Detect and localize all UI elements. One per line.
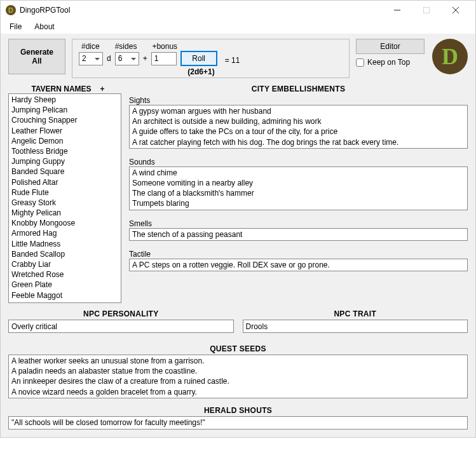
tavern-plus[interactable]: +: [100, 85, 105, 93]
close-button[interactable]: [441, 1, 470, 20]
label-numdice: #dice: [81, 42, 100, 51]
herald-shouts-header: HERALD SHOUTS: [8, 406, 468, 415]
smells-label: Smells: [129, 219, 468, 228]
menu-bar: File About: [1, 20, 475, 34]
minimize-button[interactable]: [383, 1, 412, 20]
numsides-select[interactable]: 6: [115, 52, 139, 65]
list-item[interactable]: A rat catcher playing fetch with his dog…: [132, 137, 465, 147]
list-item[interactable]: A guide offers to take the PCs on a tour…: [132, 126, 465, 137]
list-item[interactable]: The clang of a blacksmith's hammer: [132, 188, 465, 198]
list-item[interactable]: An architect is outside a new building, …: [132, 116, 465, 126]
quest-seeds-header: QUEST SEEDS: [8, 344, 468, 353]
keep-on-top-input[interactable]: [356, 58, 364, 67]
generate-all-button[interactable]: Generate All: [8, 39, 65, 74]
city-embellishments-header: CITY EMBELLISHMENTS: [129, 85, 468, 93]
list-item[interactable]: A wind chime: [132, 168, 465, 178]
menu-about[interactable]: About: [34, 22, 54, 31]
plus-label: +: [143, 54, 147, 63]
list-item[interactable]: A paladin needs an alabaster statue from…: [11, 366, 465, 376]
dice-formula: (2d6+1): [79, 67, 343, 76]
list-item[interactable]: Angelic Demon: [11, 136, 118, 146]
list-item[interactable]: Mighty Pelican: [11, 208, 118, 218]
app-icon: D: [6, 5, 16, 15]
bonus-input[interactable]: [151, 52, 177, 65]
logo: D: [432, 39, 468, 74]
sights-box[interactable]: A gypsy woman argues with her husbandAn …: [129, 105, 468, 149]
list-item[interactable]: Leather Flower: [11, 126, 118, 136]
svg-rect-1: [423, 7, 430, 13]
npc-personality-header: NPC PERSONALITY: [8, 309, 234, 318]
list-item[interactable]: Wretched Rose: [11, 269, 118, 280]
menu-file[interactable]: File: [10, 22, 22, 31]
list-item[interactable]: Little Madness: [11, 239, 118, 249]
list-item[interactable]: Hardy Sheep: [11, 95, 118, 105]
list-item[interactable]: Knobby Mongoose: [11, 218, 118, 228]
herald-shouts-field[interactable]: [8, 416, 468, 430]
list-item[interactable]: Crabby Liar: [11, 259, 118, 269]
list-item[interactable]: Trumpets blaring: [132, 198, 465, 208]
sounds-box[interactable]: A wind chimeSomeone vomiting in a nearby…: [129, 166, 468, 210]
tavern-names-list[interactable]: Hardy SheepJumping PelicanCrouching Snap…: [8, 93, 121, 303]
d-label: d: [107, 54, 111, 63]
list-item[interactable]: A novice wizard needs a golden bracelet …: [11, 387, 465, 397]
list-item[interactable]: Polished Altar: [11, 177, 118, 187]
quest-seeds-box[interactable]: A leather worker seeks an unusual stone …: [8, 355, 468, 398]
list-item[interactable]: Toothless Bridge: [11, 146, 118, 156]
list-item[interactable]: A leather worker seeks an unusual stone …: [11, 356, 465, 366]
roll-button[interactable]: Roll: [180, 51, 217, 66]
smells-box[interactable]: The stench of a passing peasant: [129, 228, 468, 241]
npc-personality-field[interactable]: [8, 320, 234, 333]
npc-trait-header: NPC TRAIT: [243, 309, 468, 318]
label-bonus: +bonus: [152, 42, 177, 51]
editor-button[interactable]: Editor: [356, 39, 425, 54]
list-item[interactable]: Greasy Stork: [11, 198, 118, 208]
list-item[interactable]: Jumping Guppy: [11, 156, 118, 166]
tactile-label: Tactile: [129, 250, 468, 259]
tactile-box[interactable]: A PC steps on a rotten veggie. Roll DEX …: [129, 259, 468, 271]
list-item[interactable]: Green Plate: [11, 280, 118, 290]
list-item[interactable]: Crouching Snapper: [11, 115, 118, 125]
window-title: DingoRPGTool: [20, 6, 70, 15]
list-item[interactable]: An innkeeper desires the claw of a creat…: [11, 376, 465, 386]
tavern-names-header: TAVERN NAMES: [31, 85, 91, 93]
list-item[interactable]: Armored Hag: [11, 228, 118, 238]
label-numsides: #sides: [115, 42, 137, 51]
list-item[interactable]: Banded Square: [11, 166, 118, 177]
list-item[interactable]: Feeble Maggot: [11, 290, 118, 301]
list-item[interactable]: Banded Scallop: [11, 249, 118, 259]
keep-on-top-checkbox[interactable]: Keep on Top: [356, 58, 410, 67]
sights-label: Sights: [129, 96, 468, 105]
list-item[interactable]: Rude Flute: [11, 187, 118, 198]
dice-panel: #dice #sides +bonus 2 d 6 + Roll = 11 (2…: [72, 39, 350, 78]
list-item[interactable]: Jumping Pelican: [11, 105, 118, 115]
list-item[interactable]: Someone vomiting in a nearby alley: [132, 178, 465, 188]
result-display: = 11: [225, 51, 240, 66]
title-bar: D DingoRPGTool: [1, 1, 475, 20]
npc-trait-field[interactable]: [243, 320, 468, 333]
numdice-select[interactable]: 2: [79, 52, 103, 65]
maximize-button[interactable]: [412, 1, 441, 20]
list-item[interactable]: A gypsy woman argues with her husband: [132, 106, 465, 116]
sounds-label: Sounds: [129, 158, 468, 166]
